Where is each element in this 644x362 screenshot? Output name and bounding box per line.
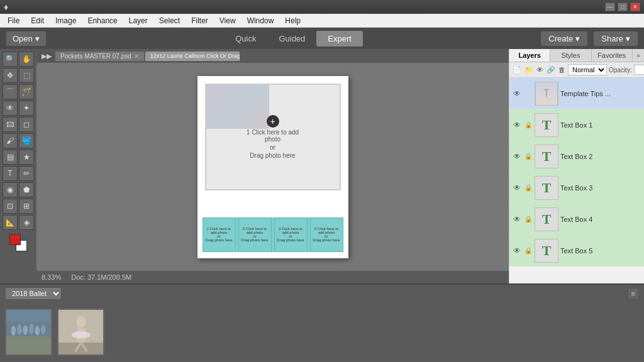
canvas-viewport: + 1 Click here to add photo or Drag phot… xyxy=(36,63,509,271)
menu-help[interactable]: Help xyxy=(280,15,306,26)
tool-blur[interactable]: ◉ xyxy=(3,182,18,197)
panel-toolbar: 📄 📁 👁 🔗 🗑 Normal Opacity: xyxy=(509,62,644,78)
layer-name-text-box-5: Text Box 5 xyxy=(560,247,641,255)
tool-eye[interactable]: 👁 xyxy=(3,101,18,116)
tool-zoom[interactable]: 🔍 xyxy=(3,52,18,67)
title-bar-controls: — □ ✕ xyxy=(605,3,640,11)
layer-eye-btn[interactable]: 👁 xyxy=(536,64,544,75)
pocket-3[interactable]: 3 Click here to add photoorDrag photo he… xyxy=(274,217,308,252)
layer-del-btn[interactable]: 🗑 xyxy=(558,64,566,75)
menu-window[interactable]: Window xyxy=(242,15,279,26)
maximize-button[interactable]: □ xyxy=(618,3,628,11)
tab-guided[interactable]: Guided xyxy=(267,31,316,47)
svg-point-4 xyxy=(23,326,28,335)
opacity-input[interactable] xyxy=(634,65,644,75)
tool-hand[interactable]: ✋ xyxy=(19,52,34,67)
menu-image[interactable]: Image xyxy=(50,15,81,26)
menu-select[interactable]: Select xyxy=(154,15,185,26)
menu-edit[interactable]: Edit xyxy=(26,15,49,26)
svg-point-6 xyxy=(35,326,40,336)
layer-item-template-tips[interactable]: 👁 T Template Tips ... xyxy=(509,78,644,109)
share-button[interactable]: Share ▾ xyxy=(594,31,638,46)
photo-prompt-line2: Drag photo here xyxy=(250,152,295,159)
bottom-toolbar: 2018 Ballet ≡ xyxy=(0,285,644,302)
menu-filter[interactable]: Filter xyxy=(186,15,213,26)
tool-sponge[interactable]: ⬟ xyxy=(19,182,34,197)
tab-expert[interactable]: Expert xyxy=(316,31,363,47)
album-select[interactable]: 2018 Ballet xyxy=(5,287,62,300)
tab-scroll-arrows[interactable]: ▶▶ xyxy=(39,51,54,62)
minimize-button[interactable]: — xyxy=(605,3,615,11)
menu-view[interactable]: View xyxy=(214,15,241,26)
main-area: 🔍 ✋ ✥ ⬚ ⌒ 🪄 👁 ✦ 🖂 ◻ 🖌 🪣 ▤ ★ T ✏ xyxy=(0,49,644,283)
tab-layers[interactable]: Layers xyxy=(509,49,550,62)
photo-thumb-ballet-solo[interactable] xyxy=(57,309,104,356)
tool-heal[interactable]: ✦ xyxy=(19,101,34,116)
tool-text[interactable]: T xyxy=(3,166,18,181)
svg-rect-8 xyxy=(6,310,51,322)
menu-file[interactable]: File xyxy=(3,15,25,26)
tab-1-close[interactable]: ✕ xyxy=(134,53,139,60)
layer-link-btn[interactable]: 🔗 xyxy=(546,64,556,75)
blend-mode-select[interactable]: Normal xyxy=(568,64,607,75)
layer-item-text-box-1[interactable]: 👁 🔒 T Text Box 1 xyxy=(509,109,644,141)
canvas-area: ▶▶ Pockets MASTER 07.psd ✕ 12x12 Laurie … xyxy=(36,49,509,283)
svg-point-3 xyxy=(17,324,22,335)
svg-point-11 xyxy=(76,315,86,327)
pocket-2[interactable]: 2 Click here to add photoorDrag photo he… xyxy=(238,217,272,252)
tool-lasso[interactable]: ⌒ xyxy=(3,84,18,99)
photo-prompt-line1: 1 Click here to add photo xyxy=(240,129,306,143)
menu-enhance[interactable]: Enhance xyxy=(82,15,122,26)
layer-lock-template-tips xyxy=(524,89,533,98)
tab-quick[interactable]: Quick xyxy=(224,31,267,47)
tool-3d[interactable]: ◈ xyxy=(19,215,34,230)
pocket-1[interactable]: 1 Click here to add photoorDrag photo he… xyxy=(203,217,236,252)
layer-visibility-text-box-5[interactable]: 👁 xyxy=(512,246,522,256)
layer-lock-text-box-4: 🔒 xyxy=(524,215,533,224)
tool-clone[interactable]: 🖂 xyxy=(3,117,18,132)
layers-list: 👁 T Template Tips ... 👁 🔒 T xyxy=(509,78,644,283)
tool-ruler[interactable]: 📐 xyxy=(3,215,18,230)
layer-new-btn[interactable]: 📄 xyxy=(512,64,522,75)
tab-styles[interactable]: Styles xyxy=(550,49,591,62)
layer-name-text-box-3: Text Box 3 xyxy=(560,184,641,192)
open-button[interactable]: Open ▾ xyxy=(6,31,46,46)
color-swatches[interactable] xyxy=(9,234,27,251)
layer-item-text-box-2[interactable]: 👁 🔒 T Text Box 2 xyxy=(509,141,644,172)
close-button[interactable]: ✕ xyxy=(630,3,640,11)
menu-bar: File Edit Image Enhance Layer Select Fil… xyxy=(0,14,644,28)
photo-thumb-ballet-group[interactable] xyxy=(5,309,52,356)
tool-brush[interactable]: 🖌 xyxy=(3,133,18,148)
tool-pencil[interactable]: ✏ xyxy=(19,166,34,181)
layer-item-text-box-5[interactable]: 👁 🔒 T Text Box 5 xyxy=(509,235,644,266)
layer-visibility-template-tips[interactable]: 👁 xyxy=(512,89,522,99)
create-button[interactable]: Create ▾ xyxy=(541,31,587,46)
tool-paint-bucket[interactable]: 🪣 xyxy=(19,133,34,148)
bottom-menu-btn[interactable]: ≡ xyxy=(628,288,639,299)
layer-visibility-text-box-1[interactable]: 👁 xyxy=(512,120,522,130)
layer-type-icon-5: T xyxy=(542,243,552,259)
tool-magic-wand[interactable]: 🪄 xyxy=(19,84,34,99)
doc-tab-2[interactable]: 12x12 Laurie Callison Click Or Drag Larg… xyxy=(145,52,240,61)
tool-select-rect[interactable]: ⬚ xyxy=(19,68,34,83)
menu-layer[interactable]: Layer xyxy=(124,15,153,26)
layer-visibility-text-box-2[interactable]: 👁 xyxy=(512,151,522,162)
photo-drop-zone[interactable]: + 1 Click here to add photo or Drag phot… xyxy=(205,84,341,190)
layer-visibility-text-box-3[interactable]: 👁 xyxy=(512,183,522,193)
doc-tab-1[interactable]: Pockets MASTER 07.psd ✕ xyxy=(55,52,144,61)
layer-group-btn[interactable]: 📁 xyxy=(524,64,534,75)
layer-item-text-box-4[interactable]: 👁 🔒 T Text Box 4 xyxy=(509,204,644,235)
tool-custom-shape[interactable]: ★ xyxy=(19,150,34,165)
tool-recompose[interactable]: ⊞ xyxy=(19,199,34,214)
tab-favorites[interactable]: Favorites xyxy=(592,49,633,62)
tool-move[interactable]: ✥ xyxy=(3,68,18,83)
layer-item-text-box-3[interactable]: 👁 🔒 T Text Box 3 xyxy=(509,172,644,204)
tool-crop[interactable]: ⊡ xyxy=(3,199,18,214)
layer-visibility-text-box-4[interactable]: 👁 xyxy=(512,214,522,224)
pocket-4[interactable]: 4 Click here to add photoorDrag photo he… xyxy=(310,217,343,252)
tool-eraser[interactable]: ◻ xyxy=(19,117,34,132)
foreground-color[interactable] xyxy=(9,234,21,245)
panel-more-button[interactable]: » xyxy=(633,49,644,62)
tool-gradient[interactable]: ▤ xyxy=(3,150,18,165)
document-preview: + 1 Click here to add photo or Drag phot… xyxy=(197,76,348,258)
